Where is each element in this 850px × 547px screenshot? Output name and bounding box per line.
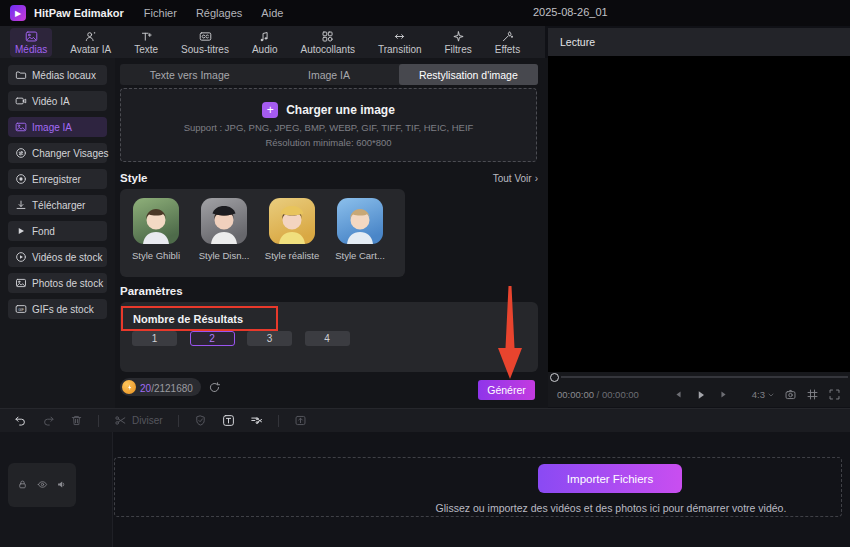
next-frame-icon[interactable] xyxy=(718,389,729,400)
style-card-realiste[interactable]: Style réaliste xyxy=(269,198,315,277)
tab-filtres[interactable]: Filtres xyxy=(440,28,477,57)
import-files-button[interactable]: Importer Fichiers xyxy=(538,464,682,493)
sidebar-item-t-l-charger[interactable]: Télécharger xyxy=(8,195,107,215)
tab-autocollants[interactable]: Autocollants xyxy=(295,28,359,57)
tab-m-dias[interactable]: Médias xyxy=(10,28,52,57)
sidebar-item-vid-o-ia[interactable]: Vidéo IA xyxy=(8,91,107,111)
image-ai-icon xyxy=(15,121,27,133)
upload-resolution-text: Résolution minimale: 600*800 xyxy=(265,137,391,148)
record-icon xyxy=(15,173,27,185)
track-speaker-toggle[interactable] xyxy=(56,476,67,494)
top-tab-bar: MédiasAvatar IATexteSous-titresAudioAuto… xyxy=(0,26,545,58)
style-label: Style Ghibli xyxy=(132,250,180,261)
seek-track[interactable] xyxy=(561,376,848,378)
sidebar-item-image-ia[interactable]: Image IA xyxy=(8,117,107,137)
refresh-icon[interactable] xyxy=(208,381,221,394)
tab-effets[interactable]: Effets xyxy=(490,28,525,57)
toolbar-scissors-button: Diviser xyxy=(114,414,163,427)
results-count-label: Nombre de Résultats xyxy=(133,313,243,325)
tab-avatar-ia[interactable]: Avatar IA xyxy=(65,28,116,57)
seek-bar[interactable] xyxy=(548,372,850,382)
folder-icon xyxy=(15,69,27,81)
image-ai-panel: Texte vers ImageImage IARestylisation d'… xyxy=(115,58,548,410)
style-thumbnail-cartoon[interactable] xyxy=(337,198,383,244)
sidebar-item-changer-visages[interactable]: Changer Visages xyxy=(8,143,107,163)
aspect-ratio-select[interactable]: 4:3 xyxy=(752,389,775,400)
fullscreen-icon[interactable] xyxy=(828,388,841,401)
sidebar-item-enregistrer[interactable]: Enregistrer xyxy=(8,169,107,189)
toolbar-undo-button[interactable] xyxy=(14,414,27,427)
toolbar-export-button xyxy=(294,414,307,427)
style-section-title: Style xyxy=(120,172,148,184)
text-icon xyxy=(140,30,153,43)
style-card-cartoon[interactable]: Style Cart... xyxy=(337,198,383,277)
timecode: 00:00:00 / 00:00:00 xyxy=(557,389,639,400)
tab-sous-titres[interactable]: Sous-titres xyxy=(176,28,234,57)
subtab-image-ia[interactable]: Image IA xyxy=(259,64,398,85)
play-triangle-icon xyxy=(15,225,27,237)
style-thumbnail-realiste[interactable] xyxy=(269,198,315,244)
seek-knob[interactable] xyxy=(550,373,559,382)
upload-dropzone[interactable]: + Charger une image Support : JPG, PNG, … xyxy=(120,88,537,162)
tab-audio[interactable]: Audio xyxy=(247,28,283,57)
menu-fichier[interactable]: Fichier xyxy=(144,7,177,19)
style-thumbnail-ghibli[interactable] xyxy=(133,198,179,244)
track-lock-toggle[interactable] xyxy=(17,476,28,494)
stock-photo-icon xyxy=(15,277,27,289)
app-logo-icon: ▶ xyxy=(10,5,26,21)
audio-icon xyxy=(258,30,271,43)
drop-hint-text: Glissez ou importez des vidéos et des ph… xyxy=(436,502,787,514)
toolbar-subtitle-cut-button[interactable] xyxy=(250,414,263,427)
sidebar-item-vid-os-de-stock[interactable]: Vidéos de stock xyxy=(8,247,107,267)
menu-bar: FichierRéglagesAide xyxy=(144,7,284,19)
style-card-disney[interactable]: Style Disn... xyxy=(201,198,247,277)
avatar-icon xyxy=(84,30,97,43)
grid-icon[interactable] xyxy=(806,388,819,401)
chevron-down-icon xyxy=(767,391,775,399)
generate-button[interactable]: Générer xyxy=(478,380,535,400)
results-count-option-4[interactable]: 4 xyxy=(305,331,350,346)
svg-text:GIF: GIF xyxy=(18,308,24,312)
see-all-link[interactable]: Tout Voir› xyxy=(493,173,538,184)
toolbar-divider xyxy=(178,415,179,427)
annotation-arrow-down xyxy=(496,286,524,381)
results-count-option-3[interactable]: 3 xyxy=(247,331,292,346)
style-label: Style Disn... xyxy=(199,250,250,261)
project-title: 2025-08-26_01 xyxy=(533,6,608,18)
sidebar-item-fond[interactable]: Fond xyxy=(8,221,107,241)
toolbar-text-box-button[interactable] xyxy=(222,414,235,427)
style-thumbnail-disney[interactable] xyxy=(201,198,247,244)
coin-icon xyxy=(122,380,136,394)
sidebar: Médias locauxVidéo IAImage IAChanger Vis… xyxy=(0,58,115,410)
app-window: ▶ HitPaw Edimakor FichierRéglagesAide 20… xyxy=(0,0,850,547)
snapshot-camera-icon[interactable] xyxy=(784,388,797,401)
menu-aide[interactable]: Aide xyxy=(261,7,283,19)
style-card-ghibli[interactable]: Style Ghibli xyxy=(133,198,179,277)
plus-icon[interactable]: + xyxy=(262,102,278,118)
tab-texte[interactable]: Texte xyxy=(129,28,163,57)
subtab-restylisation-d-image[interactable]: Restylisation d'image xyxy=(399,64,538,85)
sidebar-item-m-dias-locaux[interactable]: Médias locaux xyxy=(8,65,107,85)
params-section-title: Paramètres xyxy=(120,285,183,297)
subtab-texte-vers-image[interactable]: Texte vers Image xyxy=(120,64,259,85)
upload-button-label[interactable]: Charger une image xyxy=(286,103,395,117)
play-icon[interactable] xyxy=(695,389,707,401)
params-panel: Nombre de Résultats 1234 xyxy=(120,302,538,372)
style-label: Style réaliste xyxy=(265,250,319,261)
titlebar: ▶ HitPaw Edimakor FichierRéglagesAide 20… xyxy=(0,0,850,26)
effects-icon xyxy=(501,30,514,43)
results-count-option-1[interactable]: 1 xyxy=(132,331,177,346)
track-header xyxy=(8,463,76,507)
credits-row: 20/2121680 xyxy=(120,378,221,396)
track-eye-toggle[interactable] xyxy=(37,476,48,494)
export-icon xyxy=(294,414,307,427)
previous-frame-icon[interactable] xyxy=(673,389,684,400)
tab-transition[interactable]: Transition xyxy=(373,28,427,57)
preview-panel: Lecture 00:00:00 / 00:00:00 4:3 xyxy=(548,28,850,407)
menu-r-glages[interactable]: Réglages xyxy=(196,7,242,19)
sidebar-item-gifs-de-stock[interactable]: GIFGIFs de stock xyxy=(8,299,107,319)
results-count-option-2[interactable]: 2 xyxy=(190,331,235,346)
sidebar-item-photos-de-stock[interactable]: Photos de stock xyxy=(8,273,107,293)
filters-icon xyxy=(452,30,465,43)
scissors-icon xyxy=(114,414,127,427)
